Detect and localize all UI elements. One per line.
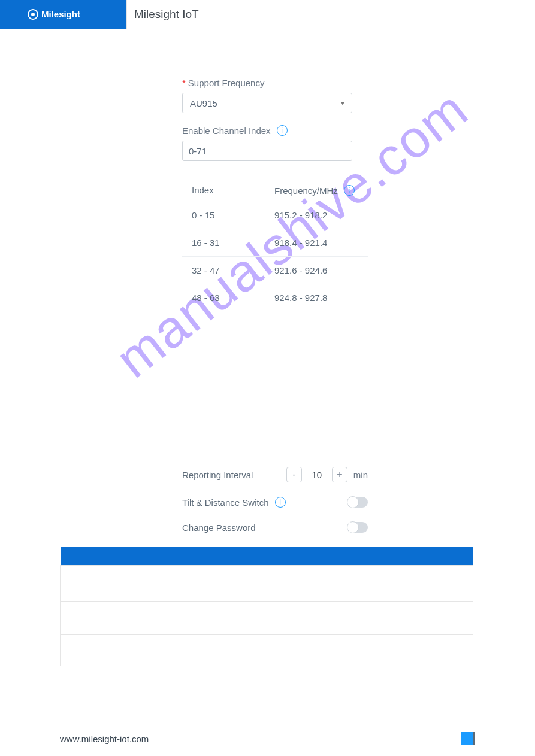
svg-text:Milesight: Milesight	[41, 9, 80, 19]
footer: www.milesight-iot.com	[0, 732, 535, 745]
support-frequency-label: *Support Frequency	[182, 78, 535, 88]
reporting-interval-unit: min	[353, 470, 368, 480]
channel-row-freq: 918.4 - 921.4	[274, 238, 368, 248]
page-indicator-square	[461, 732, 474, 745]
change-password-label: Change Password	[182, 523, 256, 533]
reporting-interval-value[interactable]: 10	[306, 470, 328, 480]
info-icon[interactable]: i	[275, 497, 286, 508]
content-area: *Support Frequency AU915 ▾ Enable Channe…	[0, 29, 535, 666]
enable-channel-label-row: Enable Channel Index i	[182, 125, 535, 136]
channel-row-freq: 921.6 - 924.6	[274, 265, 368, 275]
change-password-row: Change Password	[182, 522, 368, 533]
enable-channel-input[interactable]	[182, 141, 352, 161]
channel-row-index: 32 - 47	[192, 265, 274, 275]
brand-logo: Milesight	[0, 0, 126, 29]
channel-row-freq: 924.8 - 927.8	[274, 293, 368, 303]
table-row: 32 - 47 921.6 - 924.6	[182, 257, 368, 284]
page-indicator	[461, 732, 475, 745]
channel-row-index: 0 - 15	[192, 210, 274, 220]
footer-url: www.milesight-iot.com	[60, 734, 149, 744]
page-indicator-bar	[473, 732, 475, 745]
info-icon[interactable]: i	[277, 125, 288, 136]
header: Milesight Milesight IoT	[0, 0, 535, 29]
channel-row-index: 16 - 31	[192, 238, 274, 248]
tilt-distance-row: Tilt & Distance Switch i	[182, 497, 368, 508]
chevron-down-icon: ▾	[341, 99, 344, 107]
channel-header-freq-wrap: Frequency/MHz i	[274, 185, 365, 196]
description-table-header	[61, 547, 473, 565]
tilt-distance-label-wrap: Tilt & Distance Switch i	[182, 497, 286, 508]
table-row: 48 - 63 924.8 - 927.8	[182, 284, 368, 311]
milesight-logo-icon: Milesight	[27, 7, 99, 22]
increment-button[interactable]: +	[332, 467, 347, 482]
reporting-interval-label: Reporting Interval	[182, 470, 253, 480]
header-title: Milesight IoT	[127, 0, 199, 29]
table-row	[61, 601, 473, 634]
support-frequency-label-text: Support Frequency	[188, 78, 265, 88]
required-mark: *	[182, 78, 186, 88]
change-password-toggle[interactable]	[347, 522, 368, 533]
svg-point-1	[31, 13, 35, 16]
reporting-interval-row: Reporting Interval - 10 + min	[182, 467, 368, 482]
tilt-distance-toggle[interactable]	[347, 497, 368, 508]
channel-table: Index Frequency/MHz i 0 - 15 915.2 - 918…	[182, 185, 368, 311]
enable-channel-label: Enable Channel Index	[182, 126, 271, 136]
channel-header-index: Index	[192, 185, 274, 196]
info-icon[interactable]: i	[344, 185, 355, 196]
table-row: 0 - 15 915.2 - 918.2	[182, 202, 368, 229]
support-frequency-select[interactable]: AU915 ▾	[182, 93, 352, 113]
channel-table-header: Index Frequency/MHz i	[182, 185, 368, 202]
settings-section: Reporting Interval - 10 + min Tilt & Dis…	[182, 467, 368, 533]
decrement-button[interactable]: -	[286, 467, 302, 482]
description-table	[60, 547, 473, 666]
table-row: 16 - 31 918.4 - 921.4	[182, 229, 368, 257]
support-frequency-value: AU915	[190, 98, 217, 108]
channel-header-freq: Frequency/MHz	[274, 186, 338, 196]
table-row	[61, 634, 473, 666]
reporting-interval-spinner: - 10 + min	[286, 467, 368, 482]
tilt-distance-label: Tilt & Distance Switch	[182, 497, 269, 508]
table-row	[61, 565, 473, 601]
channel-row-freq: 915.2 - 918.2	[274, 210, 368, 220]
channel-row-index: 48 - 63	[192, 293, 274, 303]
